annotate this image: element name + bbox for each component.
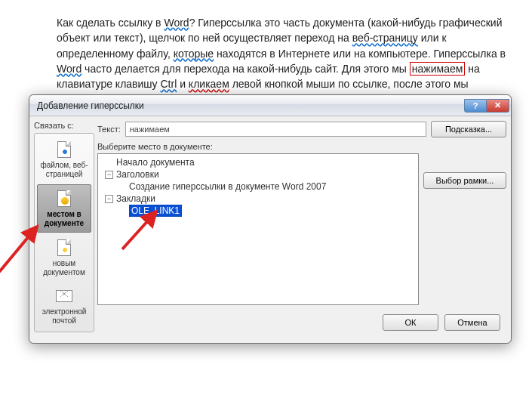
sidebar-item-file-web[interactable]: файлом, веб-страницей: [37, 136, 91, 183]
insert-hyperlink-dialog: Добавление гиперссылки ? ✕ Связать с: фа…: [29, 94, 512, 344]
screentip-button[interactable]: Подсказка...: [431, 121, 506, 137]
sidebar-label: новым документом: [38, 259, 90, 276]
sidebar-item-place-in-doc[interactable]: местом в документе: [37, 184, 91, 233]
cancel-button[interactable]: Отмена: [444, 314, 500, 331]
sidebar-label: местом в документе: [39, 210, 89, 227]
select-place-label: Выберите место в документе:: [97, 142, 419, 151]
connect-with-label: Связать с:: [34, 121, 81, 130]
file-web-icon: [55, 140, 73, 159]
sidebar-label: электронной почтой: [38, 307, 90, 325]
sidebar-item-email[interactable]: электронной почтой: [37, 282, 91, 329]
help-button[interactable]: ?: [464, 99, 487, 113]
link-target-sidebar: файлом, веб-страницей местом в документе…: [34, 133, 94, 332]
document-places-tree[interactable]: Начало документа −Заголовки Создание гип…: [97, 153, 419, 305]
tree-heading-item[interactable]: Создание гиперссылки в документе Word 20…: [100, 181, 416, 193]
collapse-icon[interactable]: −: [105, 171, 113, 179]
dialog-titlebar[interactable]: Добавление гиперссылки ? ✕: [29, 95, 511, 116]
collapse-icon[interactable]: −: [105, 195, 113, 203]
new-doc-icon: [55, 239, 73, 257]
sidebar-label: файлом, веб-страницей: [38, 161, 90, 178]
dialog-title: Добавление гиперссылки: [37, 100, 464, 111]
display-text-input[interactable]: [125, 122, 426, 137]
tree-headings-node[interactable]: −Заголовки: [100, 168, 416, 181]
target-frame-button[interactable]: Выбор рамки...: [423, 172, 506, 189]
close-button[interactable]: ✕: [487, 99, 509, 113]
ok-button[interactable]: ОК: [383, 314, 438, 331]
tree-bookmarks-node[interactable]: −Закладки: [100, 193, 416, 205]
tree-root-node[interactable]: Начало документа: [100, 156, 416, 168]
sidebar-item-new-doc[interactable]: новым документом: [37, 234, 91, 281]
document-paragraph: Как сделать ссылку в Word? Гиперссылка э…: [0, 0, 532, 107]
tree-bookmark-item[interactable]: OLE_LINK1: [100, 205, 416, 217]
text-label: Текст:: [97, 125, 121, 134]
email-icon: [55, 287, 73, 305]
place-in-doc-icon: [55, 190, 73, 208]
